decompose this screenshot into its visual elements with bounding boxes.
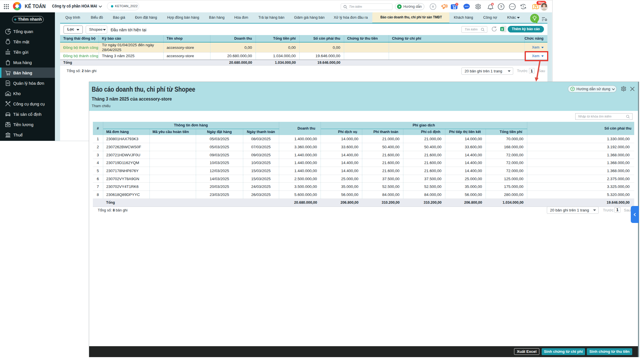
svg-text:4: 4 (492, 3, 493, 6)
svg-text:2: 2 (456, 3, 457, 6)
svg-text:?: ? (572, 87, 574, 90)
svg-text:X: X (501, 28, 503, 31)
svg-text:?: ? (500, 5, 502, 9)
